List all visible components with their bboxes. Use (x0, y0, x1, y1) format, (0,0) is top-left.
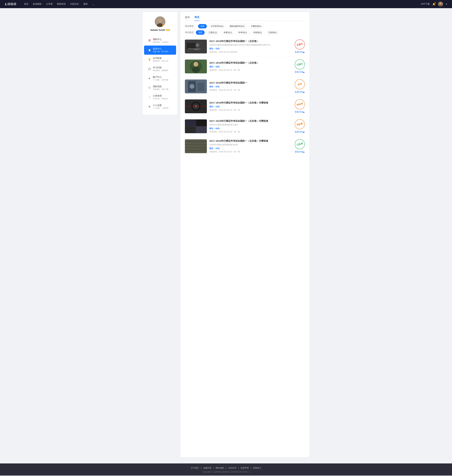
exam-score-4: 得分：25分 (209, 105, 292, 108)
main-container: 🥇 Natalie Smith VIP 📅 课程中心 精彩课程，不容错过 📋 题… (143, 8, 309, 463)
nav-home[interactable]: 首页 (24, 3, 28, 6)
sidebar-item-settings[interactable]: ⚙ 个人设置 个人信息，一键管理 (144, 102, 176, 111)
app-download-button[interactable]: APP下载 (421, 3, 430, 6)
svg-rect-35 (185, 145, 207, 147)
nav-open[interactable]: 公开课 (46, 3, 53, 6)
top-tabs: 题库 考试 (185, 16, 305, 21)
sidebar-item-qa[interactable]: 💬 学习问答 课后重温，疑难解答 (144, 64, 176, 74)
sidebar-item-certificate[interactable]: 🏆 证书荣誉 收获荣誉，持证上岗 (144, 55, 176, 64)
sidebar-item-orders[interactable]: 📄 订单管理 订单支出，明明白白 (144, 93, 176, 102)
exam-stamp-3: 待考 (294, 78, 306, 90)
course-center-icon: 📅 (148, 39, 151, 42)
exam-item-3: 2017–2018年行测证件考试全国统一 得分：99分 考试时间：2019–05… (185, 76, 305, 96)
sidebar-item-messages[interactable]: 🗨 我的消息 消息通知，及时了解 (144, 83, 176, 92)
exam-thumb-6 (185, 139, 207, 153)
exam-time-1: 考试时间：2019–05–03 10:09:09 (209, 51, 292, 54)
sidebar-item-account[interactable]: ♥ 账户中心 个人权益，实时掌握 (144, 74, 176, 83)
status-reviewed[interactable]: 已批阅(2) (266, 30, 279, 35)
exam-stamp-5: 待批阅 (294, 118, 306, 130)
footer-sitemap[interactable]: 网站地图 (216, 467, 224, 469)
exam-action-6[interactable]: 查看详情 ▶ (295, 150, 305, 153)
footer-about[interactable]: 关于我们 (191, 467, 199, 469)
status-failed[interactable]: 未通过(2) (221, 30, 234, 35)
nav-bank[interactable]: 题库 (83, 3, 88, 6)
exam-action-4[interactable]: 查看详情 ▶ (295, 111, 305, 113)
notification-badge (435, 2, 436, 3)
exam-right-5: 待批阅 查看详情 ▶ (295, 119, 305, 133)
exam-type-filter-row: 考试类型： 全部 证书类考试(4) 随机抽题考试(5) 付费批卷(6) (185, 24, 305, 28)
exam-action-3[interactable]: 查看详情 ▶ (295, 91, 305, 94)
status-pending[interactable]: 待考试(2) (236, 30, 249, 35)
exam-action-2[interactable]: 查看详情 ▶ (295, 71, 305, 74)
svg-rect-28 (185, 126, 196, 133)
user-avatar[interactable] (438, 2, 443, 7)
nav-more[interactable]: ... (92, 2, 94, 6)
exam-type-paid[interactable]: 付费批卷(6) (248, 24, 264, 28)
nav-menu: 首页 发现课程 公开课 新闻资讯 问答社区 题库 ... (24, 2, 416, 6)
tab-exam[interactable]: 考试 (194, 16, 199, 21)
exam-type-random[interactable]: 随机抽题考试(5) (227, 24, 247, 28)
svg-rect-29 (196, 126, 207, 133)
exam-bank-icon: 📋 (148, 48, 151, 52)
sidebar-username: Natalie Smith VIP (150, 29, 170, 31)
svg-rect-37 (185, 151, 207, 153)
exam-title-3: 2017–2018年行测证件考试全国统一 (209, 81, 292, 84)
status-passed[interactable]: 已通过(2) (206, 30, 219, 35)
exam-info-1: 2017–2018年行测证件考试全国统一（北京卷） 2018年行测考试是最值得多… (209, 40, 292, 54)
exam-thumb-2 (185, 60, 207, 73)
exam-info-2: 2017–2018年行测证件考试全国统一（北京卷） 得分：99分 考试时间：20… (209, 61, 292, 71)
vip-badge: VIP (166, 29, 170, 31)
footer-copyright: Copyright© 云朵商学院 版权所有 京ICP备17051340号–1 (0, 471, 452, 473)
svg-rect-33 (185, 139, 207, 142)
exam-type-all[interactable]: 全部 (198, 24, 207, 28)
nav-courses[interactable]: 发现课程 (33, 3, 42, 6)
exam-score-6: 得分：25分 (209, 147, 292, 150)
sidebar: 🥇 Natalie Smith VIP 📅 课程中心 精彩课程，不容错过 📋 题… (143, 12, 177, 115)
footer-jobs[interactable]: 招贤纳士 (253, 467, 261, 469)
exam-title-6: 2017–2018年行测证件考试全国统一（北京卷）付费批卷 (209, 140, 292, 143)
exam-item-4: 2017–2018年行测证件考试全国统一（北京卷）付费批卷 得分：25分 考试时… (185, 96, 305, 116)
tab-question-bank[interactable]: 题库 (185, 16, 190, 21)
sidebar-profile: 🥇 Natalie Smith VIP (143, 16, 177, 34)
svg-rect-26 (185, 119, 196, 126)
exam-stamp-1: 未通过 (294, 38, 306, 51)
profile-badge-icon: 🥇 (162, 24, 166, 27)
exam-info-6: 2017–2018年行测证件考试全国统一（北京卷）付费批卷 2018年行测考试是… (209, 140, 292, 153)
exam-action-1[interactable]: 查看详情 ▶ (295, 51, 305, 54)
footer-links: 关于我们 | 加盟代理 | 网站地图 | 合作伙伴 | 免责声明 | 招贤纳士 (0, 467, 452, 469)
footer-disclaimer[interactable]: 免责声明 (241, 467, 249, 469)
exam-thumb-1 (185, 40, 207, 54)
status-to-review[interactable]: 待批阅(2) (251, 30, 264, 35)
footer-franchise[interactable]: 加盟代理 (203, 467, 211, 469)
sidebar-item-exam-bank[interactable]: 📋 题库中心 海量习题，助力通关 (144, 46, 176, 55)
svg-rect-11 (194, 49, 199, 50)
user-dropdown-icon[interactable]: ▾ (446, 3, 447, 5)
svg-point-1 (440, 3, 441, 5)
messages-icon: 🗨 (148, 86, 151, 89)
svg-rect-18 (197, 83, 205, 91)
navbar-right: APP下载 🔔 ▾ (421, 2, 447, 7)
logo: LOGO (5, 2, 16, 6)
nav-qa[interactable]: 问答社区 (70, 3, 79, 6)
footer-partners[interactable]: 合作伙伴 (228, 467, 236, 469)
exam-title-5: 2017–2018年行测证件考试全国统一（北京卷）付费批卷 (209, 120, 292, 122)
notification-bell[interactable]: 🔔 (432, 3, 435, 5)
exam-title-1: 2017–2018年行测证件考试全国统一（北京卷） (209, 40, 292, 43)
svg-rect-8 (186, 43, 196, 49)
svg-rect-36 (185, 148, 207, 150)
sidebar-item-course-center[interactable]: 📅 课程中心 精彩课程，不容错过 (144, 36, 176, 45)
status-all[interactable]: 全部 (196, 30, 205, 35)
exam-score-3: 得分：99分 (209, 85, 292, 88)
exam-action-5[interactable]: 查看详情 ▶ (295, 130, 305, 133)
exam-item-2: 2017–2018年行测证件考试全国统一（北京卷） 得分：99分 考试时间：20… (185, 57, 305, 76)
exam-right-3: 待考 查看详情 ▶ (295, 79, 305, 94)
exam-status-filter-row: 考试状态 全部 已通过(2) 未通过(2) 待考试(2) 待批阅(2) 已批阅(… (185, 30, 305, 35)
exam-right-2: 已通过 查看详情 ▶ (295, 59, 305, 74)
exam-info-4: 2017–2018年行测证件考试全国统一（北京卷）付费批卷 得分：25分 考试时… (209, 101, 292, 111)
nav-news[interactable]: 新闻资讯 (57, 3, 66, 6)
exam-status-label: 考试状态 (185, 31, 194, 34)
exam-type-cert[interactable]: 证书类考试(4) (208, 24, 226, 28)
exam-score-5: 得分：99分 (209, 127, 292, 130)
svg-point-15 (192, 67, 200, 73)
content-area: 题库 考试 考试类型： 全部 证书类考试(4) 随机抽题考试(5) 付费批卷(6… (180, 12, 309, 457)
